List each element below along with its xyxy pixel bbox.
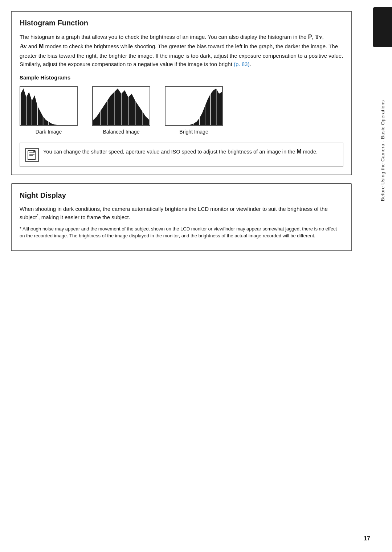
page-link[interactable]: (p. 83) [234,61,249,67]
histogram-body: The histogram is a graph that allows you… [20,32,343,167]
page-container: Histogram Function The histogram is a gr… [0,0,392,552]
note-icon [25,148,39,162]
body-text-3: and [27,43,39,49]
balanced-image-label: Balanced Image [103,128,139,136]
histogram-bright-image [165,86,223,126]
histogram-title: Histogram Function [20,19,343,27]
side-tab-text-container: Before Using the Camera - Basic Operatio… [373,47,392,254]
histograms-row: Dark Image [20,86,343,136]
histogram-bright: Bright Image [165,86,223,136]
mode-p: P [308,34,312,40]
night-display-paragraph: When shooting in dark conditions, the ca… [20,205,343,222]
balanced-histogram-svg [93,87,150,125]
dark-histogram-svg [20,87,77,125]
night-body-end: , making it easier to frame the subject. [38,214,130,220]
histogram-paragraph: The histogram is a graph that allows you… [20,32,343,68]
page-number: 17 [364,535,370,542]
histogram-section: Histogram Function The histogram is a gr… [11,11,352,175]
sample-histograms-label: Sample Histograms [20,73,343,82]
night-display-section: Night Display When shooting in dark cond… [11,183,352,251]
mode-av: Av [20,43,27,50]
note-box: You can change the shutter speed, apertu… [20,143,343,167]
bright-histogram-svg [166,87,222,125]
note-text-content: You can change the shutter speed, apertu… [43,149,297,155]
body-text-4: modes to check the brightness while shoo… [20,43,343,67]
night-display-title: Night Display [20,191,343,200]
histogram-dark-image [20,86,78,126]
mode-tv: Tv [315,33,322,40]
body-text-1: The histogram is a graph that allows you… [20,34,308,40]
histogram-dark: Dark Image [20,86,78,136]
histogram-balanced: Balanced Image [92,86,150,136]
note-icon-svg [27,150,37,160]
side-tab-label: Before Using the Camera - Basic Operatio… [380,100,385,201]
note-mode-m: M [297,148,301,155]
comma: , [312,34,315,40]
mode-m: M [39,43,44,49]
note-text: You can change the shutter speed, apertu… [43,147,318,156]
body-text-2: , [322,34,324,40]
night-display-body: When shooting in dark conditions, the ca… [20,205,343,240]
dark-image-label: Dark Image [36,128,62,136]
note-end: mode. [302,149,318,155]
body-end: . [249,61,251,67]
histogram-balanced-image [92,86,150,126]
main-content: Histogram Function The histogram is a gr… [11,11,359,251]
side-tab-black-block [373,7,392,47]
night-footnote: * Although noise may appear and the move… [20,225,343,240]
bright-image-label: Bright Image [179,128,208,136]
side-tab: Before Using the Camera - Basic Operatio… [373,0,392,254]
